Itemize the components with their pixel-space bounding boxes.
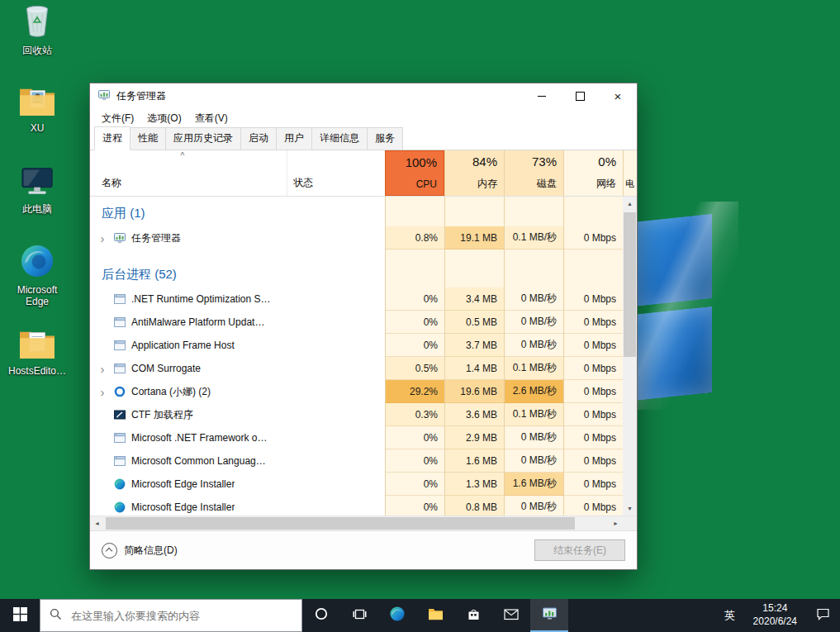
action-center-icon <box>816 607 830 625</box>
ime-indicator[interactable]: 英 <box>715 608 745 623</box>
logo-pane-top <box>633 214 712 306</box>
minimize-button[interactable] <box>523 83 561 108</box>
column-header-power[interactable]: 电 <box>623 150 637 196</box>
column-header-status[interactable]: 状态 <box>287 150 385 196</box>
taskbar-store-button[interactable] <box>454 599 492 632</box>
process-row[interactable]: › Microsoft .NET Framework o… 0% 2.9 MB … <box>90 426 623 449</box>
tab-users[interactable]: 用户 <box>276 127 312 150</box>
taskbar-mail-button[interactable] <box>492 599 530 632</box>
process-network-value: 0 Mbps <box>563 426 623 449</box>
column-header-memory[interactable]: 84% 内存 <box>444 150 504 196</box>
desktop-icon-this-pc[interactable]: 此电脑 <box>5 164 69 216</box>
action-center-button[interactable] <box>805 607 840 625</box>
chevron-up-circle-icon <box>102 543 117 558</box>
process-disk-value: 0 MB/秒 <box>504 311 563 334</box>
task-view-button[interactable] <box>340 599 378 632</box>
clock-date: 2020/6/24 <box>753 615 797 629</box>
process-row[interactable]: › AntiMalware Platform Updat… 0% 0.5 MB … <box>90 311 623 334</box>
process-network-value: 0 Mbps <box>563 473 623 496</box>
horizontal-scrollbar-thumb[interactable] <box>106 517 575 530</box>
vertical-scrollbar[interactable]: ▲ ▼ <box>623 197 637 516</box>
process-memory-value: 0.8 MB <box>444 496 504 516</box>
column-header-name[interactable]: ^ 名称 <box>90 150 287 196</box>
scroll-left-icon[interactable]: ◄ <box>90 516 104 530</box>
taskbar-edge-button[interactable] <box>378 599 416 632</box>
this-pc-icon <box>18 164 56 202</box>
process-status <box>287 426 385 449</box>
clock-time: 15:24 <box>753 602 797 615</box>
process-name-cell: › Microsoft Edge Installer <box>90 473 287 496</box>
horizontal-scrollbar-track[interactable] <box>104 516 609 530</box>
taskbar-clock[interactable]: 15:24 2020/6/24 <box>745 602 805 628</box>
process-row[interactable]: › Cortana (小娜) (2) 29.2% 19.6 MB 2.6 MB/… <box>90 380 623 403</box>
column-header-network[interactable]: 0% 网络 <box>563 150 623 196</box>
tab-performance[interactable]: 性能 <box>130 127 166 150</box>
process-name: Microsoft Edge Installer <box>131 501 235 513</box>
process-group-header[interactable]: 后台进程 (52) <box>90 249 623 287</box>
tab-details[interactable]: 详细信息 <box>311 127 368 150</box>
process-status <box>287 334 385 357</box>
taskbar-task-manager-button[interactable] <box>530 599 568 632</box>
search-input[interactable] <box>69 609 292 623</box>
window-footer: 简略信息(D) 结束任务(E) <box>90 530 637 569</box>
expand-chevron-icon[interactable]: › <box>97 232 108 245</box>
scroll-right-icon[interactable]: ► <box>609 516 623 530</box>
process-network-value: 0 Mbps <box>563 226 623 249</box>
process-group-header[interactable]: 应用 (1) <box>90 197 623 226</box>
taskbar-search[interactable] <box>40 599 302 632</box>
tab-startup[interactable]: 启动 <box>240 127 277 150</box>
process-name: Application Frame Host <box>131 340 235 351</box>
process-row[interactable]: › Microsoft Common Languag… 0% 1.6 MB 0 … <box>90 449 623 473</box>
process-row[interactable]: › 任务管理器 0.8% 19.1 MB 0.1 MB/秒 0 Mbps <box>90 226 623 249</box>
process-row[interactable]: › CTF 加载程序 0.3% 3.6 MB 0.1 MB/秒 0 Mbps <box>90 403 623 426</box>
edge-icon <box>389 606 406 625</box>
process-name-cell: › 任务管理器 <box>90 226 287 249</box>
process-status <box>287 226 385 249</box>
process-row[interactable]: › Application Frame Host 0% 3.7 MB 0 MB/… <box>90 334 623 357</box>
title-bar[interactable]: 任务管理器 × <box>90 83 637 108</box>
maximize-button[interactable] <box>561 83 599 108</box>
expand-chevron-icon[interactable]: › <box>97 363 108 375</box>
desktop-icon-hostseditor[interactable]: HostsEdito… <box>5 326 69 378</box>
process-name: Microsoft Edge Installer <box>131 478 235 490</box>
close-button[interactable]: × <box>599 83 637 108</box>
scrollbar-corner <box>623 516 637 530</box>
expand-chevron-icon[interactable]: › <box>97 386 108 398</box>
start-button[interactable] <box>0 599 40 632</box>
process-memory-value: 3.6 MB <box>444 403 504 426</box>
process-row[interactable]: › Microsoft Edge Installer 0% 0.8 MB 0 M… <box>90 496 623 516</box>
desktop-icon-xu[interactable]: XU <box>5 83 69 135</box>
column-header-disk[interactable]: 73% 磁盘 <box>504 150 563 196</box>
tab-app-history[interactable]: 应用历史记录 <box>165 127 241 150</box>
tab-processes[interactable]: 进程 <box>94 126 131 150</box>
process-memory-value: 19.6 MB <box>444 380 504 403</box>
process-memory-value: 3.4 MB <box>444 287 504 311</box>
end-task-button[interactable]: 结束任务(E) <box>534 539 625 561</box>
process-icon <box>113 454 126 468</box>
horizontal-scrollbar[interactable]: ◄ ► <box>90 516 637 530</box>
tab-services[interactable]: 服务 <box>367 127 403 150</box>
process-row[interactable]: › Microsoft Edge Installer 0% 1.3 MB 1.6… <box>90 473 623 496</box>
taskbar-file-explorer-button[interactable] <box>416 599 454 632</box>
menu-view[interactable]: 查看(V) <box>188 109 235 128</box>
process-memory-value: 1.4 MB <box>444 357 504 380</box>
process-cpu-value: 29.2% <box>385 380 444 403</box>
process-row[interactable]: › COM Surrogate 0.5% 1.4 MB 0.1 MB/秒 0 M… <box>90 357 623 380</box>
process-icon <box>113 362 126 375</box>
task-manager-icon <box>542 606 558 625</box>
scroll-down-icon[interactable]: ▼ <box>623 501 637 516</box>
fewer-details-toggle[interactable]: 简略信息(D) <box>102 543 178 558</box>
process-cpu-value: 0% <box>385 334 444 357</box>
desktop-icon-recycle-bin[interactable]: 回收站 <box>5 5 69 57</box>
cortana-button[interactable] <box>302 599 340 632</box>
user-folder-icon <box>18 84 56 121</box>
menu-options[interactable]: 选项(O) <box>140 109 187 128</box>
process-name-cell: › Application Frame Host <box>90 334 287 357</box>
menu-file[interactable]: 文件(F) <box>95 109 140 128</box>
tab-strip: 进程 性能 应用历史记录 启动 用户 详细信息 服务 <box>90 128 637 150</box>
process-row[interactable]: › .NET Runtime Optimization S… 0% 3.4 MB… <box>90 287 623 311</box>
vertical-scrollbar-thumb[interactable] <box>624 212 636 357</box>
scroll-up-icon[interactable]: ▲ <box>623 197 637 211</box>
column-header-cpu[interactable]: 100% CPU <box>385 150 444 196</box>
desktop-icon-edge[interactable]: Microsoft Edge <box>5 245 69 308</box>
